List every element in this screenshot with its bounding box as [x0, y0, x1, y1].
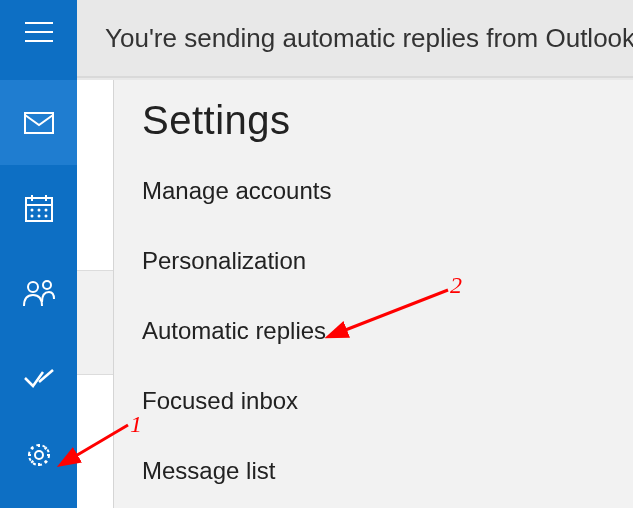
hamburger-button[interactable]: [0, 0, 77, 80]
svg-rect-0: [25, 113, 53, 133]
notification-bar: You're sending automatic replies from Ou…: [77, 0, 633, 78]
settings-item-message-list[interactable]: Message list: [142, 457, 633, 485]
settings-item-personalization[interactable]: Personalization: [142, 247, 633, 275]
settings-item-manage-accounts[interactable]: Manage accounts: [142, 177, 633, 205]
message-list-strip-mid: [77, 270, 113, 375]
hamburger-icon: [25, 22, 53, 42]
sidebar-item-settings[interactable]: [0, 420, 77, 490]
notification-message: You're sending automatic replies from Ou…: [105, 23, 633, 54]
svg-point-12: [43, 281, 51, 289]
people-icon: [23, 279, 55, 307]
message-list-strip-bottom: [77, 375, 113, 508]
sidebar: [0, 0, 77, 508]
svg-point-11: [28, 282, 38, 292]
settings-panel: Settings Manage accounts Personalization…: [113, 80, 633, 508]
sidebar-item-mail[interactable]: [0, 80, 77, 165]
calendar-icon: [25, 194, 53, 222]
sidebar-item-todo[interactable]: [0, 335, 77, 420]
svg-point-13: [35, 451, 43, 459]
sidebar-icons: [0, 80, 77, 490]
todo-icon: [23, 368, 55, 388]
sidebar-item-calendar[interactable]: [0, 165, 77, 250]
message-list-strip-top: [77, 80, 113, 270]
settings-item-focused-inbox[interactable]: Focused inbox: [142, 387, 633, 415]
settings-item-automatic-replies[interactable]: Automatic replies: [142, 317, 633, 345]
settings-title: Settings: [142, 98, 633, 143]
sidebar-item-people[interactable]: [0, 250, 77, 335]
mail-icon: [24, 112, 54, 134]
gear-icon: [25, 441, 53, 469]
